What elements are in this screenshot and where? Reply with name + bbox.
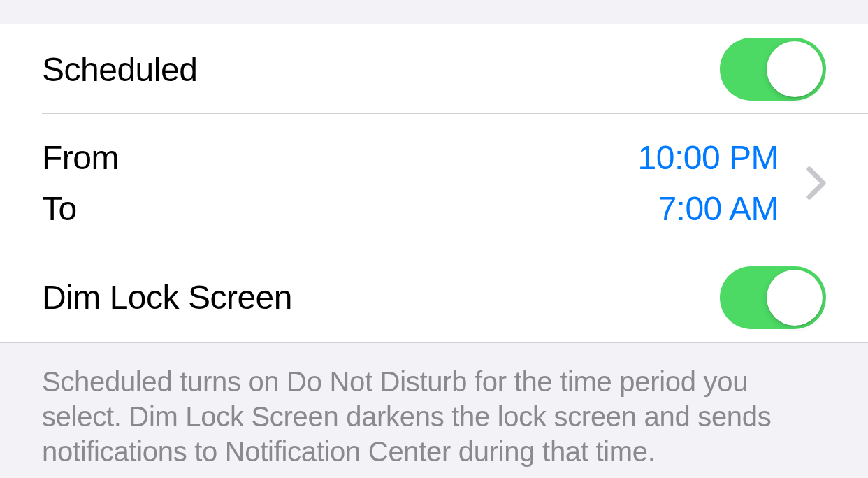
chevron-right-icon: [806, 166, 826, 200]
toggle-knob: [767, 270, 823, 326]
scheduled-row: Scheduled: [0, 24, 868, 114]
toggle-knob: [767, 41, 823, 97]
dim-lock-screen-toggle[interactable]: [720, 266, 826, 329]
dim-lock-screen-label: Dim Lock Screen: [42, 278, 292, 317]
section-footer-text: Scheduled turns on Do Not Disturb for th…: [0, 343, 868, 469]
scheduled-label: Scheduled: [42, 50, 197, 89]
settings-group: Scheduled From To 10:00 PM 7:00 AM Dim L…: [0, 24, 868, 343]
section-spacer: [0, 0, 868, 24]
from-label: From: [42, 138, 119, 177]
scheduled-toggle[interactable]: [720, 38, 826, 101]
schedule-range-row[interactable]: From To 10:00 PM 7:00 AM: [0, 114, 868, 252]
schedule-labels: From To: [42, 138, 119, 228]
dim-lock-screen-row: Dim Lock Screen: [0, 252, 868, 343]
schedule-values: 10:00 PM 7:00 AM: [638, 138, 779, 228]
from-value: 10:00 PM: [638, 138, 779, 177]
to-value: 7:00 AM: [638, 189, 779, 228]
to-label: To: [42, 189, 119, 228]
